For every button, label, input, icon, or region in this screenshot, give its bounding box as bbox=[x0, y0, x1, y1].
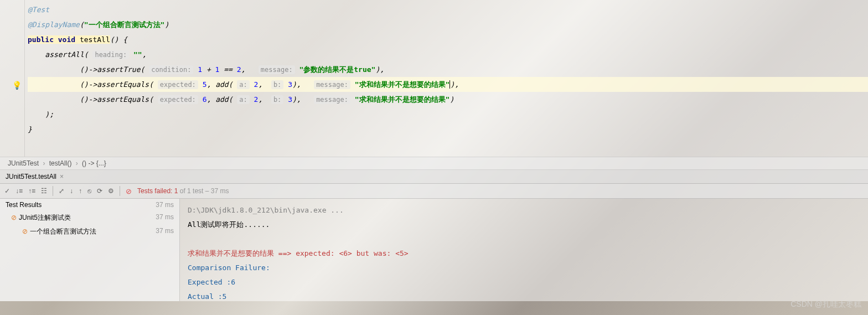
close-icon[interactable]: × bbox=[60, 173, 64, 180]
history-icon[interactable]: ⟳ bbox=[97, 187, 102, 195]
breadcrumb-lambda[interactable]: () -> {...} bbox=[82, 159, 106, 167]
annotation-test: @Test bbox=[28, 6, 49, 14]
fail-status-icon: ⊘ bbox=[126, 187, 132, 195]
test-status-text: Tests failed: 1 of 1 test – 37 ms bbox=[137, 187, 229, 195]
breadcrumb-method[interactable]: testAll() bbox=[49, 159, 72, 167]
tree-header[interactable]: Test Results 37 ms bbox=[0, 199, 179, 211]
results-panel: Test Results 37 ms ⊘JUnit5注解测试类 37 ms ⊘一… bbox=[0, 199, 868, 301]
java-path: D:\JDK\jdk1.8.0_212\bin\java.exe ... bbox=[188, 203, 860, 218]
breadcrumb[interactable]: JUnit5Test › testAll() › () -> {...} bbox=[0, 157, 868, 170]
expected-value: Expected :6 bbox=[188, 275, 860, 290]
error-icon: ⊘ bbox=[11, 214, 17, 221]
test-tree[interactable]: Test Results 37 ms ⊘JUnit5注解测试类 37 ms ⊘一… bbox=[0, 199, 180, 301]
export-icon[interactable]: ⎋ bbox=[87, 187, 91, 195]
check-icon[interactable]: ✓ bbox=[4, 187, 10, 195]
up-icon[interactable]: ↑ bbox=[79, 187, 82, 195]
test-toolbar: ✓ ↓≡ ↑≡ ☷ ⤢ ↓ ↑ ⎋ ⟳ ⚙ ⊘ Tests failed: 1 … bbox=[0, 184, 868, 199]
watermark: CSDN @扎哇太枣糕 bbox=[790, 299, 861, 309]
tree-node-class[interactable]: ⊘JUnit5注解测试类 37 ms bbox=[0, 211, 179, 225]
console-line: All测试即将开始...... bbox=[188, 218, 860, 232]
editor-gutter: 💡 bbox=[0, 0, 25, 157]
down-icon[interactable]: ↓ bbox=[70, 187, 73, 195]
lightbulb-icon[interactable]: 💡 bbox=[12, 81, 22, 90]
param-hint: heading: bbox=[92, 50, 129, 59]
code-editor[interactable]: 💡 @Test @DisplayName("一个组合断言测试方法") publi… bbox=[0, 0, 868, 157]
display-name-string: "一个组合断言测试方法" bbox=[84, 20, 165, 29]
chevron-right-icon: › bbox=[43, 159, 45, 167]
tree-node-test[interactable]: ⊘一个组合断言测试方法 37 ms bbox=[0, 225, 179, 239]
console-output[interactable]: D:\JDK\jdk1.8.0_212\bin\java.exe ... All… bbox=[180, 199, 868, 301]
error-message: 求和结果并不是想要的结果 ==> expected: <6> but was: … bbox=[188, 246, 860, 261]
sort-up-icon[interactable]: ↑≡ bbox=[28, 187, 35, 195]
breadcrumb-class[interactable]: JUnit5Test bbox=[8, 159, 39, 167]
expand-icon[interactable]: ⤢ bbox=[59, 187, 64, 195]
actual-value: Actual :5 bbox=[188, 290, 860, 304]
sort-down-icon[interactable]: ↓≡ bbox=[16, 187, 23, 195]
chevron-right-icon: › bbox=[76, 159, 78, 167]
comparison-label: Comparison Failure: bbox=[188, 261, 860, 275]
tree-icon[interactable]: ☷ bbox=[41, 187, 47, 195]
run-config-tab[interactable]: JUnit5Test.testAll× bbox=[0, 170, 868, 184]
gear-icon[interactable]: ⚙ bbox=[108, 187, 114, 195]
error-icon: ⊘ bbox=[22, 228, 28, 235]
annotation-displayname: @DisplayName bbox=[28, 20, 80, 29]
